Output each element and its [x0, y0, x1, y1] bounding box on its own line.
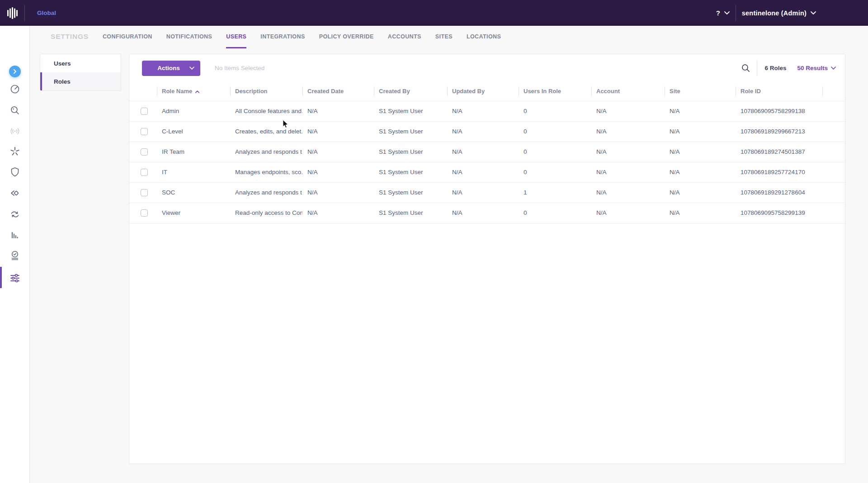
roles-count: 6 Roles [764, 65, 786, 71]
column-header-spacer [822, 82, 845, 101]
role-table-row[interactable]: Viewer Read-only access to Con... N/A S1… [129, 203, 845, 223]
cell-created-date: N/A [302, 182, 374, 203]
sidebar-item-reports[interactable] [9, 230, 20, 241]
cell-account: N/A [591, 121, 665, 142]
cell-created-date: N/A [302, 121, 374, 142]
row-checkbox[interactable] [141, 148, 148, 156]
cell-role-id: 1078069189274501387 [736, 142, 822, 162]
cell-created-date: N/A [302, 101, 374, 121]
bar-chart-icon [9, 230, 20, 241]
column-header-account[interactable]: Account [591, 82, 665, 101]
role-table-row[interactable]: Admin All Console features and... N/A S1… [129, 101, 845, 121]
column-header-users-in-role[interactable]: Users In Role [519, 82, 591, 101]
help-label: ? [716, 9, 720, 17]
sidebar-item-protection[interactable] [9, 166, 20, 177]
row-checkbox[interactable] [141, 189, 148, 196]
cell-account: N/A [591, 142, 665, 162]
cell-site: N/A [665, 203, 736, 223]
subnav-item-users[interactable]: Users [40, 54, 121, 72]
account-menu[interactable]: sentinelone (Admin) [742, 9, 816, 17]
cell-role-name: IR Team [157, 142, 230, 162]
cell-users-in-role: 0 [519, 162, 591, 182]
chevron-right-icon [13, 69, 17, 74]
active-nav-indicator [0, 267, 2, 288]
actions-button[interactable]: Actions [142, 61, 200, 76]
cell-site: N/A [665, 101, 736, 121]
tab-policy-override[interactable]: POLICY OVERRIDE [319, 26, 374, 47]
results-label: 50 Results [797, 65, 828, 71]
column-header-created-date[interactable]: Created Date [302, 82, 374, 101]
tab-users[interactable]: USERS [226, 26, 246, 47]
cell-description: Read-only access to Con... [230, 203, 302, 223]
sidebar-item-tasks[interactable] [9, 250, 20, 261]
cell-updated-by: N/A [447, 203, 519, 223]
cell-description: All Console features and... [230, 101, 302, 121]
selection-status: No Items Selected [215, 65, 264, 71]
sentinelone-logo[interactable] [0, 6, 24, 20]
cell-description: Analyzes and responds t... [230, 142, 302, 162]
tab-integrations[interactable]: INTEGRATIONS [260, 26, 305, 47]
tab-locations[interactable]: LOCATIONS [467, 26, 501, 47]
cell-updated-by: N/A [447, 142, 519, 162]
sidebar-item-singularity[interactable] [9, 146, 20, 157]
row-checkbox[interactable] [141, 128, 148, 135]
sort-asc-icon [195, 88, 199, 95]
sidebar-item-visibility[interactable] [9, 105, 20, 116]
actions-label: Actions [148, 65, 189, 71]
cell-users-in-role: 0 [519, 121, 591, 142]
column-header-description[interactable]: Description [230, 82, 302, 101]
sidebar-expand-button[interactable] [9, 66, 21, 77]
cell-created-by: S1 System User [374, 162, 447, 182]
select-all-header [129, 82, 157, 101]
column-header-updated-by[interactable]: Updated By [447, 82, 519, 101]
sidebar-item-dashboard[interactable] [9, 84, 20, 95]
cell-role-id: 1078069189257724170 [736, 162, 822, 182]
tab-accounts[interactable]: ACCOUNTS [388, 26, 421, 47]
role-table-row[interactable]: IR Team Analyzes and responds t... N/A S… [129, 142, 845, 162]
sidebar-item-applications[interactable] [9, 188, 20, 199]
tab-sites[interactable]: SITES [435, 26, 453, 47]
topbar-divider [24, 5, 25, 21]
row-checkbox[interactable] [141, 209, 148, 217]
role-table-row[interactable]: C-Level Creates, edits, and delet... N/A… [129, 121, 845, 142]
column-header-role-name[interactable]: Role Name [157, 82, 230, 101]
sidebar-item-ranger[interactable] [9, 126, 20, 137]
scope-selector[interactable]: Global [37, 9, 56, 16]
cell-users-in-role: 0 [519, 203, 591, 223]
sidebar-item-exchange[interactable] [9, 209, 20, 220]
column-header-created-by[interactable]: Created By [374, 82, 447, 101]
tab-settings-title: SETTINGS [51, 26, 89, 47]
subnav-users-label: Users [54, 60, 71, 67]
sidebar-rail [0, 26, 30, 483]
search-button[interactable] [741, 63, 750, 73]
chevron-down-icon [831, 66, 836, 70]
subnav-item-roles[interactable]: Roles [40, 72, 121, 90]
tab-notifications[interactable]: NOTIFICATIONS [166, 26, 212, 47]
cell-role-name: C-Level [157, 121, 230, 142]
column-header-site[interactable]: Site [665, 82, 736, 101]
results-per-page-select[interactable]: 50 Results [797, 65, 836, 71]
roles-table: Role Name Description Created Date Creat… [129, 82, 845, 223]
row-checkbox[interactable] [141, 108, 148, 115]
roles-toolbar: Actions No Items Selected 6 Roles 50 Res… [129, 54, 845, 82]
role-table-row[interactable]: SOC Analyzes and responds t... N/A S1 Sy… [129, 182, 845, 203]
cell-users-in-role: 1 [519, 182, 591, 203]
check-activity-icon [9, 250, 20, 261]
cell-created-by: S1 System User [374, 121, 447, 142]
cell-site: N/A [665, 121, 736, 142]
cell-created-date: N/A [302, 162, 374, 182]
column-header-role-id[interactable]: Role ID [736, 82, 822, 101]
subnav-roles-label: Roles [54, 78, 71, 85]
sidebar-item-settings[interactable] [9, 273, 20, 284]
asterisk-icon [9, 146, 20, 157]
cell-users-in-role: 0 [519, 142, 591, 162]
cell-role-id: 1078069189299667213 [736, 121, 822, 142]
row-checkbox[interactable] [141, 169, 148, 176]
chevron-down-icon [811, 11, 816, 14]
tab-configuration[interactable]: CONFIGURATION [103, 26, 152, 47]
help-menu[interactable]: ? [716, 9, 730, 17]
users-subnav: Users Roles [40, 54, 121, 91]
role-table-row[interactable]: IT Manages endpoints, sco... N/A S1 Syst… [129, 162, 845, 182]
cell-description: Manages endpoints, sco... [230, 162, 302, 182]
cell-updated-by: N/A [447, 182, 519, 203]
